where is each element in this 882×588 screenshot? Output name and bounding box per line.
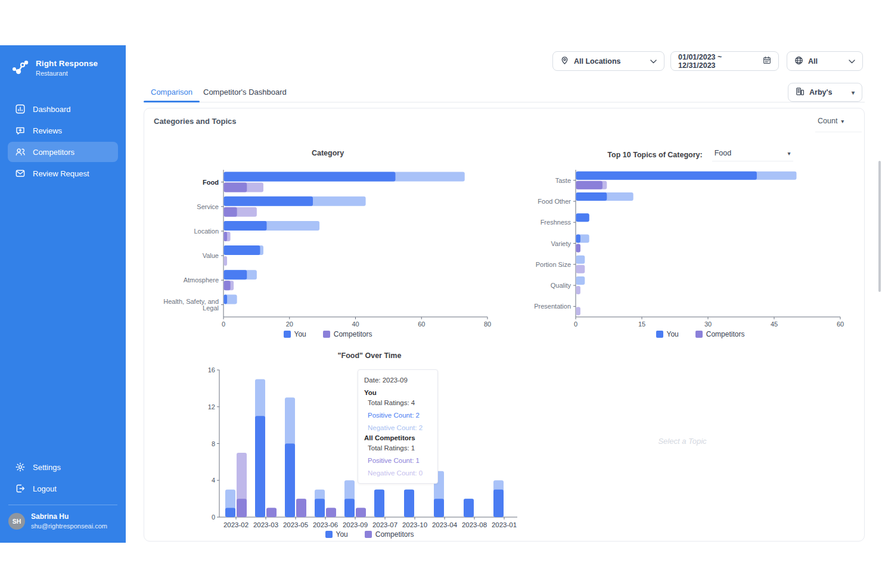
sidebar-item-competitors[interactable]: Competitors: [8, 142, 118, 162]
svg-text:0: 0: [212, 514, 215, 521]
svg-text:40: 40: [352, 321, 359, 328]
svg-text:2023-05: 2023-05: [283, 521, 308, 528]
svg-text:8: 8: [212, 440, 215, 447]
user-name: Sabrina Hu: [31, 512, 107, 521]
topics-chart-plot: 015304560TasteFood OtherFreshnessVariety…: [530, 162, 870, 331]
tab-competitors-dashboard[interactable]: Competitor's Dashboard: [203, 82, 287, 101]
calendar-icon: [763, 56, 771, 66]
svg-text:2023-01: 2023-01: [492, 521, 517, 528]
tooltip-you-total: Total Ratings: 4: [364, 399, 431, 406]
tooltip-date: Date: 2023-09: [364, 377, 431, 384]
svg-text:20: 20: [286, 321, 293, 328]
competitor-selector[interactable]: Arby's ▾: [788, 83, 862, 102]
sidebar: Right Response Restaurant Dashboard: [0, 45, 126, 543]
legend-item-you: You: [656, 330, 679, 338]
brand: Right Response Restaurant: [11, 57, 98, 79]
svg-text:2023-06: 2023-06: [313, 521, 338, 528]
svg-text:2023-07: 2023-07: [372, 521, 397, 528]
globe-icon: [794, 56, 803, 67]
chevron-down-icon: [849, 57, 855, 66]
location-filter-value: All Locations: [574, 57, 645, 66]
organization-icon: [796, 87, 805, 98]
svg-text:Quality: Quality: [551, 282, 572, 289]
svg-text:0: 0: [222, 321, 225, 328]
category-chart: Category 020406080FoodServiceLocationVal…: [155, 148, 501, 344]
review-request-icon: [15, 168, 26, 179]
sidebar-item-settings[interactable]: Settings: [8, 457, 118, 477]
brand-subtitle: Restaurant: [36, 70, 98, 77]
topics-chart: Top 10 Topics of Category: Food ▾ 015304…: [530, 148, 870, 344]
svg-text:60: 60: [418, 321, 425, 328]
brand-logo-icon: [11, 57, 30, 79]
food-over-time-legend: You Competitors: [203, 530, 536, 539]
sidebar-item-label: Review Request: [33, 169, 89, 178]
svg-text:2023-03: 2023-03: [253, 521, 278, 528]
language-filter[interactable]: All: [787, 51, 863, 71]
sidebar-item-review-request[interactable]: Review Request: [8, 163, 118, 183]
metric-selector-value: Count: [818, 117, 837, 125]
sidebar-item-label: Competitors: [33, 148, 74, 157]
sidebar-item-logout[interactable]: Logout: [8, 478, 118, 499]
tooltip-comp-header: All Competitors: [364, 434, 431, 441]
tab-comparison[interactable]: Comparison: [151, 82, 192, 101]
topic-category-value: Food: [715, 149, 732, 157]
svg-text:Service: Service: [197, 203, 219, 210]
reviews-icon: [15, 125, 26, 136]
date-range-filter[interactable]: 01/01/2023 ~ 12/31/2023: [670, 51, 779, 71]
avatar: SH: [8, 513, 25, 530]
svg-text:2023-09: 2023-09: [343, 521, 368, 528]
svg-text:60: 60: [837, 321, 844, 328]
tab-label: Competitor's Dashboard: [203, 88, 287, 97]
tooltip-you-positive: Positive Count: 2: [364, 412, 431, 419]
competitors-icon: [15, 147, 26, 157]
topic-category-selector[interactable]: Food ▾: [712, 148, 793, 161]
legend-item-competitors: Competitors: [323, 330, 372, 338]
svg-text:Value: Value: [203, 252, 219, 259]
svg-text:45: 45: [771, 321, 778, 328]
legend-item-competitors: Competitors: [365, 530, 414, 539]
svg-text:Variety: Variety: [551, 240, 572, 247]
tooltip-you-negative: Negative Count: 2: [364, 424, 431, 431]
svg-text:2023-02: 2023-02: [223, 521, 249, 528]
sidebar-item-label: Dashboard: [33, 105, 71, 114]
topics-chart-title: Top 10 Topics of Category:: [607, 151, 702, 159]
sidebar-item-label: Settings: [33, 463, 61, 472]
tooltip-comp-total: Total Ratings: 1: [364, 444, 431, 452]
page-scrollbar[interactable]: [878, 161, 881, 292]
sidebar-item-dashboard[interactable]: Dashboard: [8, 99, 118, 119]
svg-text:30: 30: [704, 321, 712, 328]
tabs-bar: Comparison Competitor's Dashboard: [144, 82, 865, 102]
svg-text:4: 4: [212, 477, 215, 484]
user-profile[interactable]: SH Sabrina Hu shu@rightresponseai.com: [8, 512, 117, 530]
tooltip-comp-negative: Negative Count: 0: [364, 469, 431, 477]
dashboard-icon: [15, 104, 26, 114]
svg-text:16: 16: [208, 366, 215, 374]
svg-text:2023-04: 2023-04: [432, 521, 458, 528]
legend-item-you: You: [325, 530, 348, 539]
caret-down-icon: ▾: [788, 150, 791, 157]
svg-text:Legal: Legal: [203, 304, 219, 312]
sidebar-item-reviews[interactable]: Reviews: [8, 120, 118, 141]
svg-text:Food Other: Food Other: [538, 198, 571, 205]
category-chart-plot: 020406080FoodServiceLocationValueAtmosph…: [155, 162, 501, 331]
tab-label: Comparison: [151, 88, 192, 97]
topics-chart-legend: You Competitors: [530, 330, 870, 338]
location-pin-icon: [560, 56, 569, 67]
sidebar-divider: [8, 505, 117, 505]
caret-down-icon: ▾: [841, 118, 844, 125]
select-topic-placeholder: Select a Topic: [608, 437, 757, 446]
metric-selector[interactable]: Count ▾: [818, 117, 844, 125]
competitor-selector-value: Arby's: [809, 88, 847, 97]
category-chart-title: Category: [155, 149, 501, 157]
brand-title: Right Response: [36, 59, 98, 68]
svg-text:Presentation: Presentation: [534, 303, 571, 310]
svg-text:12: 12: [208, 403, 215, 410]
settings-icon: [15, 462, 26, 472]
tooltip-you-header: You: [364, 389, 431, 396]
legend-item-you: You: [284, 330, 306, 338]
location-filter[interactable]: All Locations: [552, 51, 664, 71]
svg-text:80: 80: [484, 321, 491, 328]
svg-text:Portion Size: Portion Size: [536, 261, 571, 268]
svg-text:2023-08: 2023-08: [462, 521, 487, 528]
sidebar-item-label: Reviews: [33, 126, 62, 135]
